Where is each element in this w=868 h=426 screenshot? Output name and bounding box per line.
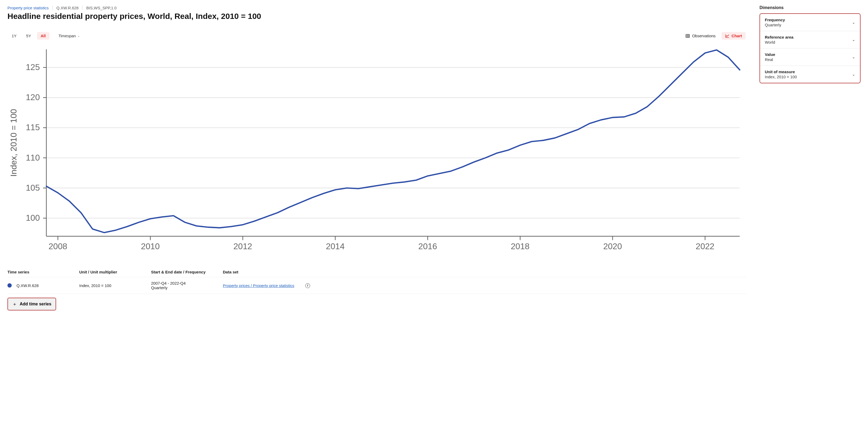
observations-tab[interactable]: Observations	[682, 32, 719, 40]
series-range: 2007-Q4 - 2022-Q4	[151, 281, 220, 285]
breadcrumb-dataset-link[interactable]: Property price statistics	[7, 6, 49, 10]
timespan-label: Timespan	[59, 33, 76, 38]
series-frequency: Quarterly	[151, 285, 220, 290]
chevron-down-icon: ⌄	[852, 72, 855, 77]
col-header-range: Start & End date / Frequency	[151, 270, 220, 274]
svg-text:110: 110	[26, 153, 40, 163]
time-series-table: Time series Unit / Unit multiplier Start…	[7, 267, 746, 294]
breadcrumb: Property price statistics Q.XW.R.628 BIS…	[7, 5, 746, 10]
breadcrumb-divider	[82, 5, 83, 10]
dataset-link[interactable]: Property prices / Property price statist…	[223, 283, 294, 288]
svg-text:Index, 2010 = 100: Index, 2010 = 100	[9, 109, 18, 176]
breadcrumb-source-code: BIS,WS_SPP,1.0	[86, 6, 117, 10]
dimension-value: Quarterly	[765, 23, 785, 27]
breadcrumb-series-code: Q.XW.R.628	[56, 6, 79, 10]
svg-text:125: 125	[26, 62, 40, 72]
chart-tab[interactable]: Chart	[721, 32, 746, 40]
dimension-value: World	[765, 40, 794, 45]
svg-text:120: 120	[26, 92, 40, 102]
dimension-name: Frequency	[765, 18, 785, 22]
dimension-value: Real	[765, 57, 775, 62]
breadcrumb-divider	[52, 5, 53, 10]
svg-text:2020: 2020	[603, 242, 622, 251]
timespan-dropdown[interactable]: Timespan ⌄	[55, 32, 84, 40]
svg-text:2014: 2014	[326, 242, 344, 251]
dimension-frequency[interactable]: Frequency Quarterly ⌄	[760, 14, 860, 31]
svg-text:2012: 2012	[234, 242, 252, 251]
chevron-down-icon: ⌄	[78, 34, 80, 37]
svg-rect-0	[686, 34, 689, 37]
dimensions-panel: Frequency Quarterly ⌄ Reference area Wor…	[760, 13, 861, 83]
series-unit: Index, 2010 = 100	[79, 283, 148, 288]
chart-area[interactable]: 1001051101151201252008201020122014201620…	[7, 43, 746, 257]
dimension-name: Value	[765, 52, 775, 57]
table-icon	[686, 34, 690, 38]
svg-text:2008: 2008	[49, 242, 67, 251]
series-code: Q.XW.R.628	[17, 283, 38, 288]
svg-text:2010: 2010	[141, 242, 160, 251]
svg-text:2022: 2022	[696, 242, 714, 251]
series-color-dot	[7, 283, 12, 288]
chevron-down-icon: ⌄	[852, 55, 855, 59]
line-chart-icon	[725, 34, 730, 38]
col-header-dataset: Data set	[223, 270, 303, 274]
dimension-name: Reference area	[765, 35, 794, 39]
range-all-button[interactable]: All	[37, 32, 50, 40]
observations-label: Observations	[692, 33, 715, 38]
range-5y-button[interactable]: 5Y	[22, 32, 35, 40]
add-time-series-button[interactable]: ＋ Add time series	[7, 298, 56, 310]
chart-label: Chart	[732, 33, 742, 38]
col-header-unit: Unit / Unit multiplier	[79, 270, 148, 274]
svg-text:2016: 2016	[418, 242, 437, 251]
svg-text:100: 100	[26, 213, 40, 223]
dimension-value: Index, 2010 = 100	[765, 75, 797, 79]
svg-text:2018: 2018	[511, 242, 529, 251]
info-icon[interactable]: i	[305, 283, 310, 288]
svg-text:115: 115	[26, 122, 40, 132]
page-title: Headline residential property prices, Wo…	[7, 12, 746, 21]
dimension-value[interactable]: Value Real ⌄	[760, 48, 860, 65]
dimension-unit-of-measure[interactable]: Unit of measure Index, 2010 = 100 ⌄	[760, 65, 860, 83]
chevron-down-icon: ⌄	[852, 20, 855, 25]
range-1y-button[interactable]: 1Y	[8, 32, 20, 40]
plus-icon: ＋	[12, 301, 17, 307]
dimension-reference-area[interactable]: Reference area World ⌄	[760, 31, 860, 48]
dimension-name: Unit of measure	[765, 69, 797, 74]
chevron-down-icon: ⌄	[852, 37, 855, 42]
svg-text:105: 105	[26, 183, 40, 193]
table-row: Q.XW.R.628 Index, 2010 = 100 2007-Q4 - 2…	[7, 277, 746, 294]
dimensions-heading: Dimensions	[760, 5, 861, 10]
add-time-series-label: Add time series	[20, 302, 51, 307]
col-header-series: Time series	[7, 270, 76, 274]
